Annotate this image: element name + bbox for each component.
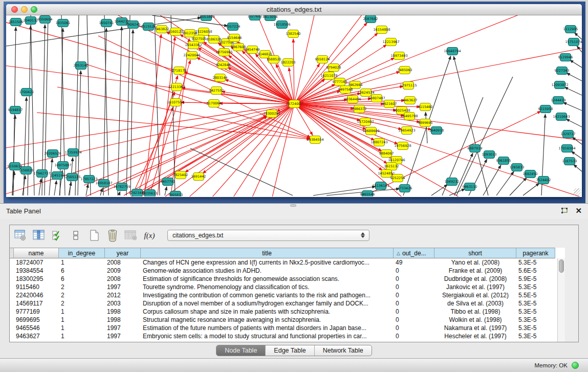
graph-node[interactable]: 7986372 (352, 105, 367, 113)
graph-node[interactable]: 2087682 (363, 15, 378, 23)
splitter-handle[interactable] (290, 204, 296, 207)
graph-node[interactable]: 9777169 (333, 78, 347, 86)
graph-node[interactable]: 9350604 (38, 16, 53, 24)
zoom-window-button[interactable] (31, 6, 37, 13)
graph-node[interactable]: 9035613 (143, 190, 158, 197)
graph-node[interactable]: 7825402 (173, 171, 188, 179)
graph-node[interactable]: 1112905 (563, 26, 578, 33)
graph-node[interactable]: 9215958 (538, 105, 553, 113)
column-header-short[interactable]: short (434, 248, 516, 258)
graph-node[interactable]: 1640918 (429, 127, 444, 135)
minimize-window-button[interactable] (21, 6, 28, 13)
graph-node[interactable]: 1650741 (99, 19, 114, 27)
graph-node[interactable]: 6794028 (326, 64, 341, 72)
graph-node[interactable]: 1615132 (384, 163, 399, 170)
graph-node[interactable]: 1265833 (510, 164, 525, 171)
graph-node[interactable]: 9361855 (496, 157, 511, 165)
graph-node[interactable]: 9252254 (390, 174, 405, 182)
new-table-icon[interactable] (88, 229, 101, 242)
graph-node[interactable]: 17942737 (33, 170, 50, 178)
graph-node[interactable]: 15136141 (372, 182, 389, 190)
graph-node[interactable]: 9621607 (382, 100, 397, 108)
graph-node[interactable]: 19654923 (398, 127, 415, 135)
table-row[interactable]: 2242004622012Investigating the contribut… (10, 291, 557, 299)
resize-grip[interactable] (574, 188, 581, 195)
graph-node[interactable]: 1382540 (286, 30, 301, 38)
graph-node[interactable]: 9884067 (379, 150, 394, 158)
graph-node[interactable]: 19756928 (394, 142, 411, 150)
column-header-name[interactable]: name (14, 248, 59, 258)
graph-node[interactable]: 1822203 (281, 59, 296, 67)
graph-node[interactable]: 1049232 (445, 178, 460, 186)
graph-node[interactable]: 16782759 (113, 183, 130, 191)
column-header-out_de...[interactable]: △out_de... (394, 248, 434, 258)
graph-node[interactable]: 2803144 (213, 74, 228, 82)
graph-node[interactable]: 20206526 (44, 150, 61, 158)
graph-node[interactable]: 2867608 (231, 43, 246, 51)
graph-node[interactable]: 9463110 (463, 183, 477, 191)
graph-node[interactable]: 1588520 (267, 56, 281, 63)
graph-node[interactable]: 9497568 (338, 86, 353, 94)
table-row[interactable]: 1830029562008Estimation of significance … (10, 275, 557, 283)
graph-node[interactable]: 8813054 (263, 15, 278, 21)
graph-node[interactable]: 1651506 (9, 18, 24, 26)
graph-node[interactable]: 9242848 (216, 61, 231, 69)
graph-node[interactable]: 1733426 (398, 185, 412, 192)
column-header-year[interactable]: year (105, 248, 141, 258)
memory-ok-indicator[interactable] (572, 362, 579, 369)
network-window[interactable]: citations_edges.txt 18724007746382291601… (6, 4, 582, 197)
scrollbar-thumb[interactable] (559, 259, 564, 273)
graph-node[interactable]: 19218506 (273, 21, 290, 29)
graph-node[interactable]: 16154808 (373, 26, 390, 34)
graph-node[interactable]: 7515526 (141, 23, 156, 31)
graph-node[interactable]: 7905813 (168, 191, 183, 197)
graph-node[interactable]: 2718170 (172, 67, 187, 75)
graph-node[interactable]: 10975887 (54, 162, 71, 169)
row-height-icon[interactable] (69, 229, 82, 242)
graph-node[interactable]: 9154646 (227, 34, 242, 42)
tab-node-table[interactable]: Node Table (216, 345, 266, 356)
table-row[interactable]: 1938455462009Genome-wide association stu… (10, 267, 557, 275)
graph-node[interactable]: 9170064 (207, 100, 222, 107)
graph-node[interactable]: 7524402 (536, 177, 551, 184)
table-row[interactable]: 1872400712008Changes of HCN gene express… (10, 258, 557, 267)
graph-node[interactable]: 10688609 (362, 127, 379, 135)
network-canvas-svg[interactable]: 1872400774638229160123891235423226058932… (6, 15, 582, 196)
graph-node[interactable]: 1692450 (523, 170, 538, 178)
graph-node[interactable]: 9457791 (161, 178, 176, 186)
graph-node[interactable]: 1691442 (191, 173, 206, 181)
table-select-dropdown[interactable]: citations_edges.txt (167, 230, 369, 241)
graph-node[interactable]: 1167533 (562, 158, 577, 165)
graph-node[interactable]: 1145194 (50, 172, 65, 180)
graph-node[interactable]: 9227343 (555, 67, 570, 75)
column-header-in_degree[interactable]: in_degree (59, 248, 105, 258)
column-header-title[interactable]: title (141, 248, 394, 258)
graph-node[interactable]: 9463627 (403, 97, 418, 104)
delete-table-icon[interactable] (124, 229, 138, 242)
graph-node[interactable]: 23226058 (195, 28, 212, 36)
float-panel-icon[interactable] (560, 207, 569, 215)
graph-node[interactable]: 7463822 (155, 26, 169, 33)
graph-node[interactable]: 7357224 (226, 23, 241, 31)
network-canvas[interactable]: 1872400774638229160123891235423226058932… (6, 15, 582, 196)
graph-node[interactable]: 9558124 (315, 56, 330, 63)
tab-edge-table[interactable]: Edge Table (266, 345, 314, 356)
graph-node[interactable]: 15751074 (565, 38, 582, 46)
graph-node[interactable]: 2053140 (74, 62, 89, 70)
table-row[interactable]: 946554611997Estimation of the future num… (10, 324, 557, 332)
graph-node[interactable]: 9115460 (418, 103, 433, 111)
graph-node[interactable]: 9150614 (8, 163, 23, 170)
graph-node[interactable]: 1327602 (248, 15, 263, 20)
graph-node[interactable]: 9465546 (360, 191, 375, 197)
table-row[interactable]: 1456911722003Disruption of a novel membe… (10, 299, 557, 308)
tab-network-table[interactable]: Network Table (315, 345, 372, 356)
select-rows-icon[interactable] (51, 229, 64, 242)
graph-node[interactable]: 16648794 (444, 48, 461, 55)
graph-node[interactable]: 2040132 (24, 17, 38, 25)
column-visibility-icon[interactable] (32, 229, 46, 242)
graph-node[interactable]: 12213363 (168, 83, 185, 91)
table-row[interactable]: 977716911998Corpus callosum shape and si… (10, 308, 557, 316)
table-row[interactable]: 946362711997Embryonic stem cells: a mode… (10, 332, 557, 340)
close-window-button[interactable] (11, 6, 18, 13)
close-panel-icon[interactable]: ✕ (575, 206, 582, 215)
